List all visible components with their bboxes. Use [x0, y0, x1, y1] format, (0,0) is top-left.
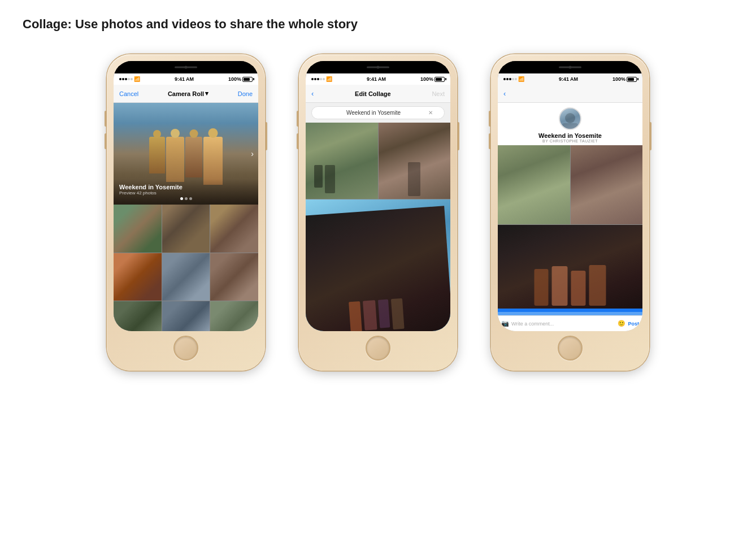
- time-display-2: 9:41 AM: [367, 76, 386, 82]
- camera-roll-content: › Weekend in Yosemite Preview 42 photos: [114, 103, 258, 331]
- hero-dots: [119, 197, 253, 200]
- post-photo-2[interactable]: [571, 145, 643, 224]
- edit-collage-title: Edit Collage: [355, 90, 391, 97]
- post-top-row: [498, 145, 642, 224]
- post-photo-grid: [498, 145, 642, 309]
- volume-down-button[interactable]: [105, 133, 107, 149]
- status-bar-3: 📶 9:41 AM 100%: [498, 73, 642, 85]
- post-photo-3[interactable]: [498, 225, 642, 309]
- nav-bar-1: Cancel Camera Roll ▾ Done: [114, 85, 258, 103]
- power-button[interactable]: [265, 122, 267, 150]
- photo-cell-2[interactable]: [162, 205, 210, 253]
- status-bar-1: 📶 9:41 AM 100%: [114, 73, 258, 85]
- photo-grid-1: [114, 205, 258, 331]
- hero-subtitle: Preview 42 photos: [119, 190, 253, 196]
- cancel-button-1[interactable]: Cancel: [119, 90, 138, 97]
- collage-input-container: Weekend in Yosemite ✕: [306, 103, 450, 123]
- post-title: Weekend in Yosemite: [538, 132, 602, 139]
- comment-input[interactable]: Write a comment...: [511, 321, 615, 327]
- comment-bar: 📷 Write a comment... 🙂 Post: [498, 315, 642, 331]
- page-title: Collage: Use photos and videos to share …: [23, 17, 733, 32]
- battery-label-3: 100%: [612, 76, 625, 82]
- collage-photo-top-right[interactable]: [379, 123, 451, 199]
- collage-photo-top-left[interactable]: [306, 123, 378, 199]
- volume-up-button[interactable]: [105, 111, 107, 127]
- post-header-wrapper: Weekend in Yosemite BY CHRISTOPHE TAUZIE…: [498, 103, 642, 145]
- back-button-2[interactable]: ‹: [311, 89, 314, 98]
- phone-1: 📶 9:41 AM 100% Cancel Camera Roll ▾ Do: [107, 54, 265, 371]
- volume-down-button-2[interactable]: [297, 133, 299, 149]
- hero-arrow-icon[interactable]: ›: [251, 149, 254, 158]
- photo-cell-9[interactable]: [210, 301, 258, 331]
- post-photo-1[interactable]: [498, 145, 570, 224]
- wifi-icon-2: 📶: [326, 76, 332, 82]
- photo-cell-4[interactable]: [114, 253, 162, 301]
- hero-overlay: Weekend in Yosemite Preview 42 photos: [114, 179, 258, 205]
- volume-up-button-3[interactable]: [489, 111, 491, 127]
- camera-comment-icon: 📷: [501, 320, 509, 327]
- photo-cell-6[interactable]: [210, 253, 258, 301]
- photo-cell-7[interactable]: [114, 301, 162, 331]
- status-bar-2: 📶 9:41 AM 100%: [306, 73, 450, 85]
- back-button-3[interactable]: ‹: [503, 89, 506, 98]
- power-button-3[interactable]: [649, 122, 651, 150]
- hero-photo[interactable]: › Weekend in Yosemite Preview 42 photos: [114, 103, 258, 205]
- photo-cell-3[interactable]: [210, 205, 258, 253]
- nav-bar-2: ‹ Edit Collage Next: [306, 85, 450, 103]
- power-button-2[interactable]: [457, 122, 459, 150]
- battery-label-2: 100%: [420, 76, 433, 82]
- speaker: [175, 67, 197, 68]
- home-button-2[interactable]: [366, 336, 390, 361]
- volume-up-button-2[interactable]: [297, 111, 299, 127]
- collage-photos-area: [306, 123, 450, 331]
- nav-bar-3: ‹: [498, 85, 642, 103]
- volume-down-button-3[interactable]: [489, 133, 491, 149]
- photo-cell-1[interactable]: [114, 205, 162, 253]
- collage-photo-bottom[interactable]: [306, 199, 450, 331]
- camera-roll-title: Camera Roll ▾: [168, 90, 208, 97]
- phone-1-screen: 📶 9:41 AM 100% Cancel Camera Roll ▾ Do: [114, 73, 258, 331]
- collage-top-row: [306, 123, 450, 199]
- speaker-2: [367, 67, 389, 68]
- phone-3: 📶 9:41 AM 100% ‹: [491, 54, 649, 371]
- wifi-icon: 📶: [134, 76, 140, 82]
- photo-cell-8[interactable]: [162, 301, 210, 331]
- post-button[interactable]: Post: [628, 321, 639, 327]
- phone-2: 📶 9:41 AM 100% ‹ Edit Collage Next: [299, 54, 457, 371]
- photo-cell-5[interactable]: [162, 253, 210, 301]
- time-display-3: 9:41 AM: [559, 76, 578, 82]
- battery-label-1: 100%: [228, 76, 241, 82]
- post-content: Weekend in Yosemite BY CHRISTOPHE TAUZIE…: [498, 103, 642, 331]
- clear-input-button[interactable]: ✕: [428, 110, 433, 116]
- edit-collage-content: Weekend in Yosemite ✕: [306, 103, 450, 331]
- done-button-1[interactable]: Done: [238, 90, 253, 97]
- phone-3-screen: 📶 9:41 AM 100% ‹: [498, 73, 642, 331]
- next-button-2[interactable]: Next: [432, 90, 445, 97]
- collage-input-value: Weekend in Yosemite: [346, 110, 401, 116]
- phone-2-screen: 📶 9:41 AM 100% ‹ Edit Collage Next: [306, 73, 450, 331]
- home-button-1[interactable]: [173, 336, 198, 361]
- post-author: BY CHRISTOPHE TAUZIET: [542, 139, 598, 143]
- home-button-3[interactable]: [558, 336, 583, 361]
- collage-name-input[interactable]: Weekend in Yosemite ✕: [311, 106, 445, 119]
- phones-container: 📶 9:41 AM 100% Cancel Camera Roll ▾ Do: [23, 54, 733, 371]
- user-avatar[interactable]: [559, 107, 581, 130]
- speaker-3: [559, 67, 581, 68]
- hero-title: Weekend in Yosemite: [119, 184, 253, 190]
- wifi-icon-3: 📶: [518, 76, 524, 82]
- time-display-1: 9:41 AM: [175, 76, 194, 82]
- emoji-icon[interactable]: 🙂: [618, 320, 625, 327]
